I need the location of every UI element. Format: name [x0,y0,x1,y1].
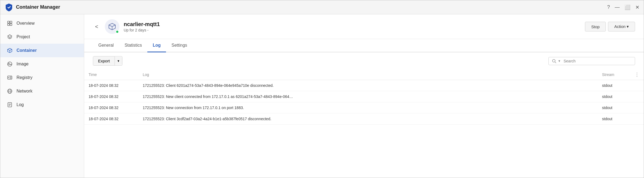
status-dot [116,30,119,33]
table-row: 18-07-2024 08:32 1721255523: New connect… [84,102,644,113]
container-name: ncarlier-mqtt1 [124,21,160,27]
col-header-log: Log [138,69,598,80]
sidebar-item-registry[interactable]: Registry [0,71,84,84]
tabs-bar: General Statistics Log Settings [84,39,644,52]
app-window: Container Manager ? — ⬜ ✕ [0,0,644,178]
svg-marker-4 [8,35,12,37]
sidebar-label-container: Container [17,48,37,53]
export-dropdown-button[interactable]: ▾ [115,57,122,65]
log-table-wrapper[interactable]: Time Log Stream ⋮ 18-07-2024 08:32 17212… [84,69,644,178]
svg-point-7 [8,62,12,66]
cell-log: 1721255523: New connection from 172.17.0… [138,102,598,113]
close-button[interactable]: ✕ [635,4,639,10]
title-bar: Container Manager ? — ⬜ ✕ [0,0,644,14]
sidebar-item-project[interactable]: Project [0,30,84,44]
search-box: ▾ [548,57,635,65]
container-icon-circle [105,19,119,34]
svg-point-10 [8,77,9,78]
sidebar-item-image[interactable]: Image [0,57,84,71]
svg-rect-1 [10,21,12,23]
container-info: ncarlier-mqtt1 Up for 2 days - [124,21,160,32]
search-input[interactable] [564,59,632,63]
log-icon [7,102,13,108]
tab-statistics[interactable]: Statistics [119,39,147,52]
sidebar-item-overview[interactable]: Overview [0,17,84,30]
container-header: < ncarlier-mqtt1 Up for 2 days - [84,14,644,39]
app-icon [5,3,13,12]
main-layout: Overview Project [0,14,644,178]
sidebar-label-project: Project [17,34,30,39]
container-status: Up for 2 days - [124,28,160,32]
export-button[interactable]: Export [93,56,115,65]
search-dropdown-indicator[interactable]: ▾ [558,59,560,63]
sidebar-label-image: Image [17,62,28,66]
sidebar-item-network[interactable]: Network [0,84,84,98]
image-icon [7,61,13,67]
registry-icon [7,75,13,81]
app-title: Container Manager [16,4,60,10]
title-bar-left: Container Manager [5,3,60,12]
sidebar: Overview Project [0,14,84,178]
cell-time: 18-07-2024 08:32 [84,113,138,125]
tab-log[interactable]: Log [147,39,166,52]
table-header-row: Time Log Stream ⋮ [84,69,644,80]
cell-stream: stdout [598,113,630,125]
log-table: Time Log Stream ⋮ 18-07-2024 08:32 17212… [84,69,644,125]
table-row: 18-07-2024 08:32 1721255523: Client 3cdf… [84,113,644,125]
sidebar-item-container[interactable]: Container [0,44,84,57]
cell-log: 1721255523: Client 6201a274-53a7-4843-89… [138,80,598,91]
help-button[interactable]: ? [607,4,610,10]
svg-rect-2 [8,24,9,26]
header-actions: Stop Action ▾ [585,22,635,31]
search-icon [552,59,556,63]
cell-action [630,102,644,113]
container-header-left: < ncarlier-mqtt1 Up for 2 days - [93,19,160,34]
svg-rect-3 [10,24,12,26]
col-header-time: Time [84,69,138,80]
svg-rect-0 [8,21,9,23]
cell-log: 1721255523: Client 3cdf2ad7-03a2-4a24-b1… [138,113,598,125]
cell-time: 18-07-2024 08:32 [84,102,138,113]
cell-action [630,80,644,91]
sidebar-label-registry: Registry [17,75,32,80]
sidebar-label-overview: Overview [17,21,35,26]
tab-settings[interactable]: Settings [166,39,193,52]
maximize-button[interactable]: ⬜ [625,4,630,10]
container-cube-icon [108,22,116,31]
layers-icon [7,34,13,40]
svg-line-24 [555,62,556,63]
content-area: < ncarlier-mqtt1 Up for 2 days - [84,14,644,178]
tab-general[interactable]: General [93,39,119,52]
cell-action [630,113,644,125]
col-header-actions: ⋮ [630,69,644,80]
cell-action [630,91,644,102]
cell-log: 1721255523: New client connected from 17… [138,91,598,102]
cell-time: 18-07-2024 08:32 [84,80,138,91]
minimize-button[interactable]: — [615,4,620,10]
sidebar-item-log[interactable]: Log [0,98,84,112]
network-icon [7,88,13,94]
sidebar-label-log: Log [17,102,24,107]
cell-stream: stdout [598,102,630,113]
cell-time: 18-07-2024 08:32 [84,91,138,102]
cell-stream: stdout [598,80,630,91]
table-options-icon[interactable]: ⋮ [635,72,639,77]
export-button-group: Export ▾ [93,56,122,66]
log-table-body: 18-07-2024 08:32 1721255523: Client 6201… [84,80,644,125]
log-toolbar: Export ▾ ▾ [84,52,644,69]
title-bar-controls: ? — ⬜ ✕ [607,4,639,10]
sidebar-label-network: Network [17,89,32,94]
col-header-stream: Stream [598,69,630,80]
table-row: 18-07-2024 08:32 1721255523: Client 6201… [84,80,644,91]
grid-icon [7,20,13,26]
table-row: 18-07-2024 08:32 1721255523: New client … [84,91,644,102]
back-button[interactable]: < [93,23,100,31]
cell-stream: stdout [598,91,630,102]
stop-button[interactable]: Stop [585,22,606,31]
box-icon [7,47,13,53]
action-button[interactable]: Action ▾ [608,22,635,31]
